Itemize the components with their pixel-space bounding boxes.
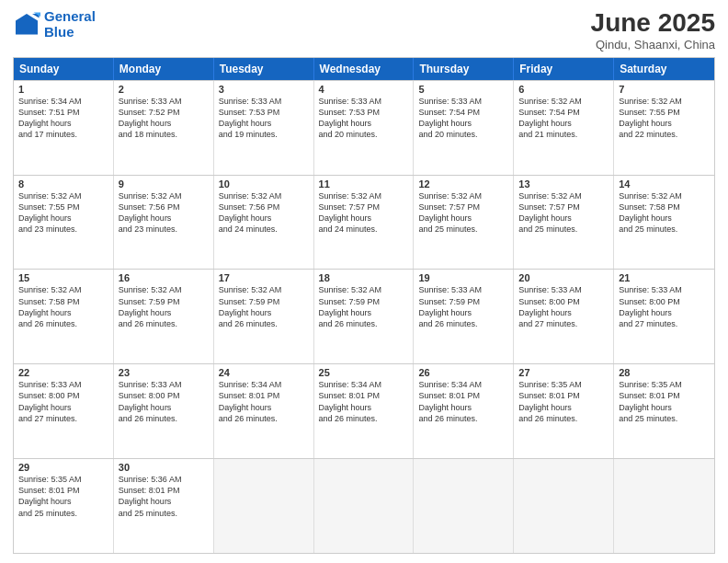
cal-cell: 28Sunrise: 5:35 AMSunset: 8:01 PMDayligh… (614, 364, 714, 458)
day-number: 18 (319, 272, 409, 283)
day-info: Sunrise: 5:33 AMSunset: 7:54 PMDaylight … (418, 96, 508, 141)
day-number: 13 (518, 178, 609, 190)
day-number: 24 (219, 367, 309, 378)
day-info: Sunrise: 5:32 AMSunset: 7:57 PMDaylight … (319, 190, 409, 236)
cal-header-sunday: Sunday (14, 58, 114, 80)
cal-cell: 6Sunrise: 5:32 AMSunset: 7:54 PMDaylight… (514, 81, 614, 175)
cal-header-friday: Friday (514, 58, 614, 80)
day-info: Sunrise: 5:32 AMSunset: 7:59 PMDaylight … (119, 284, 209, 329)
cal-header-saturday: Saturday (614, 58, 714, 80)
cal-week-3: 15Sunrise: 5:32 AMSunset: 7:58 PMDayligh… (14, 269, 714, 363)
day-number: 3 (219, 84, 309, 95)
cal-cell: 12Sunrise: 5:32 AMSunset: 7:57 PMDayligh… (414, 176, 514, 270)
day-number: 27 (518, 367, 609, 378)
cal-cell: 22Sunrise: 5:33 AMSunset: 8:00 PMDayligh… (14, 364, 114, 458)
logo: General Blue (13, 9, 96, 40)
day-number: 22 (18, 367, 108, 378)
calendar-header: SundayMondayTuesdayWednesdayThursdayFrid… (14, 58, 714, 80)
cal-cell: 24Sunrise: 5:34 AMSunset: 8:01 PMDayligh… (214, 364, 314, 458)
day-info: Sunrise: 5:32 AMSunset: 7:54 PMDaylight … (518, 96, 609, 141)
day-info: Sunrise: 5:32 AMSunset: 7:56 PMDaylight … (219, 190, 309, 236)
day-number: 7 (619, 84, 710, 95)
day-number: 4 (319, 84, 409, 95)
day-info: Sunrise: 5:32 AMSunset: 7:58 PMDaylight … (18, 284, 108, 329)
day-info: Sunrise: 5:33 AMSunset: 7:53 PMDaylight … (319, 96, 409, 141)
logo-blue: Blue (44, 24, 74, 40)
day-info: Sunrise: 5:33 AMSunset: 8:00 PMDaylight … (119, 379, 209, 424)
day-info: Sunrise: 5:35 AMSunset: 8:01 PMDaylight … (18, 474, 108, 519)
day-info: Sunrise: 5:33 AMSunset: 8:00 PMDaylight … (18, 379, 108, 424)
calendar: SundayMondayTuesdayWednesdayThursdayFrid… (13, 57, 715, 554)
day-info: Sunrise: 5:35 AMSunset: 8:01 PMDaylight … (518, 379, 609, 424)
day-number: 6 (518, 84, 609, 95)
cal-cell: 8Sunrise: 5:32 AMSunset: 7:55 PMDaylight… (14, 176, 114, 270)
day-number: 26 (418, 367, 508, 378)
day-number: 17 (219, 272, 309, 283)
cal-cell: 4Sunrise: 5:33 AMSunset: 7:53 PMDaylight… (314, 81, 415, 175)
cal-cell (314, 459, 415, 553)
cal-cell: 15Sunrise: 5:32 AMSunset: 7:58 PMDayligh… (14, 270, 114, 363)
day-info: Sunrise: 5:33 AMSunset: 7:53 PMDaylight … (219, 96, 309, 141)
day-info: Sunrise: 5:33 AMSunset: 8:00 PMDaylight … (619, 284, 710, 329)
cal-header-thursday: Thursday (414, 58, 514, 80)
cal-cell: 2Sunrise: 5:33 AMSunset: 7:52 PMDaylight… (114, 81, 214, 175)
cal-header-tuesday: Tuesday (214, 58, 314, 80)
cal-cell (414, 459, 514, 553)
cal-header-monday: Monday (114, 58, 214, 80)
day-info: Sunrise: 5:36 AMSunset: 8:01 PMDaylight … (119, 474, 209, 519)
day-number: 20 (518, 272, 609, 283)
day-info: Sunrise: 5:33 AMSunset: 8:00 PMDaylight … (518, 284, 609, 329)
cal-week-2: 8Sunrise: 5:32 AMSunset: 7:55 PMDaylight… (14, 175, 714, 270)
day-info: Sunrise: 5:32 AMSunset: 7:57 PMDaylight … (418, 190, 508, 236)
day-info: Sunrise: 5:33 AMSunset: 7:59 PMDaylight … (418, 284, 508, 329)
day-number: 11 (319, 178, 409, 190)
day-number: 19 (418, 272, 508, 283)
day-number: 28 (619, 367, 710, 378)
svg-marker-0 (16, 14, 38, 35)
day-number: 21 (619, 272, 710, 283)
cal-week-1: 1Sunrise: 5:34 AMSunset: 7:51 PMDaylight… (14, 80, 714, 175)
day-info: Sunrise: 5:32 AMSunset: 7:59 PMDaylight … (319, 284, 409, 329)
cal-cell: 10Sunrise: 5:32 AMSunset: 7:56 PMDayligh… (214, 176, 314, 270)
day-info: Sunrise: 5:34 AMSunset: 7:51 PMDaylight … (18, 96, 108, 141)
cal-cell: 23Sunrise: 5:33 AMSunset: 8:00 PMDayligh… (114, 364, 214, 458)
cal-cell: 1Sunrise: 5:34 AMSunset: 7:51 PMDaylight… (14, 81, 114, 175)
cal-cell: 11Sunrise: 5:32 AMSunset: 7:57 PMDayligh… (314, 176, 415, 270)
cal-cell: 21Sunrise: 5:33 AMSunset: 8:00 PMDayligh… (614, 270, 714, 363)
page: General Blue June 2025 Qindu, Shaanxi, C… (0, 0, 728, 563)
day-info: Sunrise: 5:32 AMSunset: 7:59 PMDaylight … (219, 284, 309, 329)
day-info: Sunrise: 5:32 AMSunset: 7:55 PMDaylight … (18, 190, 108, 236)
day-number: 1 (18, 84, 108, 95)
day-number: 15 (18, 272, 108, 283)
cal-week-5: 29Sunrise: 5:35 AMSunset: 8:01 PMDayligh… (14, 458, 714, 553)
logo-icon (13, 11, 40, 39)
day-number: 23 (119, 367, 209, 378)
logo-text: General Blue (44, 9, 96, 40)
logo-general: General (44, 8, 96, 24)
cal-header-wednesday: Wednesday (314, 58, 415, 80)
cal-cell: 17Sunrise: 5:32 AMSunset: 7:59 PMDayligh… (214, 270, 314, 363)
calendar-body: 1Sunrise: 5:34 AMSunset: 7:51 PMDaylight… (14, 80, 714, 553)
day-number: 25 (319, 367, 409, 378)
day-number: 9 (119, 178, 209, 190)
day-info: Sunrise: 5:33 AMSunset: 7:52 PMDaylight … (119, 96, 209, 141)
title-block: June 2025 Qindu, Shaanxi, China (591, 9, 715, 52)
cal-cell: 3Sunrise: 5:33 AMSunset: 7:53 PMDaylight… (214, 81, 314, 175)
day-info: Sunrise: 5:32 AMSunset: 7:55 PMDaylight … (619, 96, 710, 141)
day-info: Sunrise: 5:32 AMSunset: 7:57 PMDaylight … (518, 190, 609, 236)
cal-cell: 25Sunrise: 5:34 AMSunset: 8:01 PMDayligh… (314, 364, 415, 458)
day-number: 8 (18, 178, 108, 190)
day-number: 16 (119, 272, 209, 283)
cal-cell: 5Sunrise: 5:33 AMSunset: 7:54 PMDaylight… (414, 81, 514, 175)
cal-cell: 18Sunrise: 5:32 AMSunset: 7:59 PMDayligh… (314, 270, 415, 363)
day-number: 10 (219, 178, 309, 190)
cal-cell (614, 459, 714, 553)
day-info: Sunrise: 5:34 AMSunset: 8:01 PMDaylight … (219, 379, 309, 424)
cal-cell: 26Sunrise: 5:34 AMSunset: 8:01 PMDayligh… (414, 364, 514, 458)
day-info: Sunrise: 5:32 AMSunset: 7:56 PMDaylight … (119, 190, 209, 236)
day-number: 14 (619, 178, 710, 190)
cal-cell: 16Sunrise: 5:32 AMSunset: 7:59 PMDayligh… (114, 270, 214, 363)
cal-cell: 19Sunrise: 5:33 AMSunset: 7:59 PMDayligh… (414, 270, 514, 363)
day-info: Sunrise: 5:34 AMSunset: 8:01 PMDaylight … (319, 379, 409, 424)
day-info: Sunrise: 5:32 AMSunset: 7:58 PMDaylight … (619, 190, 710, 236)
